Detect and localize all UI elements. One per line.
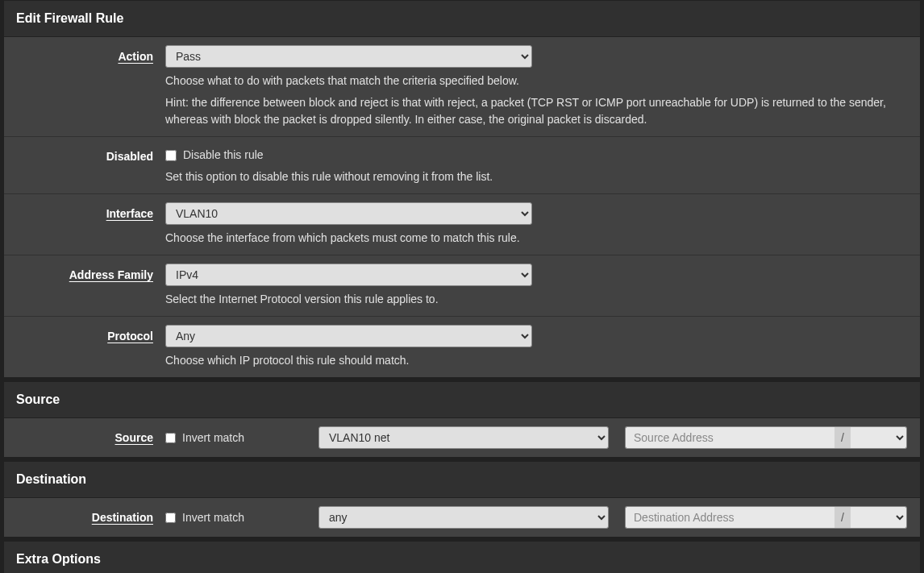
edit-firewall-rule-panel: Edit Firewall Rule Action Pass Choose wh… xyxy=(3,0,921,378)
protocol-help: Choose which IP protocol this rule shoul… xyxy=(165,352,908,369)
disabled-label: Disabled xyxy=(4,145,165,165)
action-label: Action xyxy=(4,45,165,65)
destination-label: Destination xyxy=(4,506,165,526)
action-help: Choose what to do with packets that matc… xyxy=(165,73,908,89)
address-family-help: Select the Internet Protocol version thi… xyxy=(165,291,908,308)
source-address-group: / xyxy=(625,426,907,449)
address-family-label: Address Family xyxy=(4,264,165,284)
source-address-input[interactable] xyxy=(625,426,835,449)
destination-type-select[interactable]: any xyxy=(318,506,609,529)
source-invert-label: Invert match xyxy=(182,430,244,446)
interface-select[interactable]: VLAN10 xyxy=(165,202,532,225)
action-row: Action Pass Choose what to do with packe… xyxy=(4,37,920,137)
action-select[interactable]: Pass xyxy=(165,45,532,68)
disabled-help: Set this option to disable this rule wit… xyxy=(165,168,908,185)
protocol-select[interactable]: Any xyxy=(165,325,532,347)
source-slash: / xyxy=(835,426,851,449)
interface-help: Choose the interface from which packets … xyxy=(165,230,908,247)
address-family-row: Address Family IPv4 Select the Internet … xyxy=(4,255,920,317)
source-label: Source xyxy=(4,426,165,446)
destination-panel-title: Destination xyxy=(4,462,920,498)
action-hint: Hint: the difference between block and r… xyxy=(165,94,908,128)
interface-label: Interface xyxy=(4,202,165,222)
source-row: Source Invert match VLAN10 net / xyxy=(4,418,920,457)
extra-panel-title: Extra Options xyxy=(4,542,920,573)
destination-panel: Destination Destination Invert match any… xyxy=(3,461,921,538)
edit-panel-title: Edit Firewall Rule xyxy=(4,1,920,37)
extra-options-panel: Extra Options Log Log packets that are h… xyxy=(3,541,921,573)
disabled-row: Disabled Disable this rule Set this opti… xyxy=(4,137,920,194)
destination-address-group: / xyxy=(625,506,907,529)
destination-invert-label: Invert match xyxy=(182,509,244,526)
destination-slash: / xyxy=(835,506,851,529)
source-panel: Source Source Invert match VLAN10 net / xyxy=(3,381,921,458)
source-mask-select[interactable] xyxy=(851,426,907,449)
source-invert-checkbox[interactable] xyxy=(165,433,176,443)
disabled-checkbox-label: Disable this rule xyxy=(183,147,264,164)
interface-row: Interface VLAN10 Choose the interface fr… xyxy=(4,194,920,255)
destination-address-input[interactable] xyxy=(625,506,835,529)
destination-invert-checkbox[interactable] xyxy=(165,513,176,523)
source-panel-title: Source xyxy=(4,382,920,418)
destination-mask-select[interactable] xyxy=(851,506,907,529)
source-type-select[interactable]: VLAN10 net xyxy=(318,426,609,449)
address-family-select[interactable]: IPv4 xyxy=(165,264,532,286)
disabled-checkbox[interactable] xyxy=(165,150,177,161)
protocol-row: Protocol Any Choose which IP protocol th… xyxy=(4,317,920,377)
destination-row: Destination Invert match any / xyxy=(4,498,920,537)
protocol-label: Protocol xyxy=(4,325,165,345)
